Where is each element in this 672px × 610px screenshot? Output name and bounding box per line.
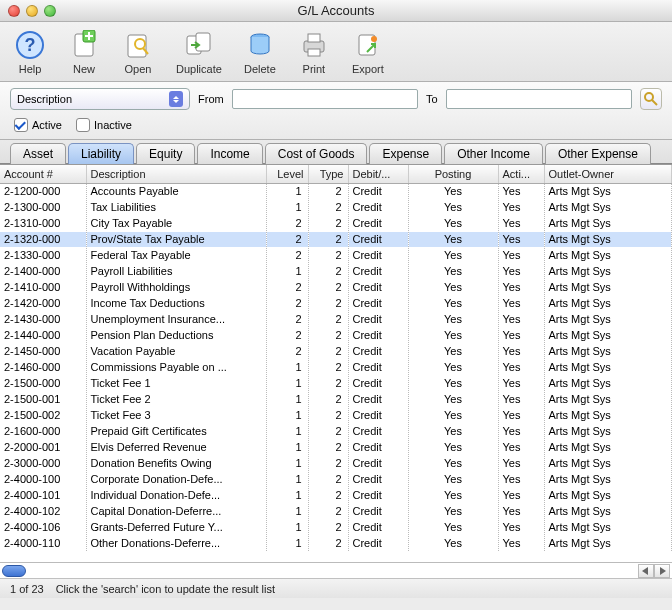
table-row[interactable]: 2-3000-000Donation Benefits Owing12Credi… [0, 455, 672, 471]
table-row[interactable]: 2-4000-106Grants-Deferred Future Y...12C… [0, 519, 672, 535]
duplicate-label: Duplicate [176, 63, 222, 75]
cell-debit-credit: Credit [348, 487, 408, 503]
new-button[interactable]: New [68, 29, 100, 75]
cell-type: 2 [308, 407, 348, 423]
table-row[interactable]: 2-1430-000Unemployment Insurance...22Cre… [0, 311, 672, 327]
duplicate-button[interactable]: Duplicate [176, 29, 222, 75]
cell-type: 2 [308, 439, 348, 455]
cell-description: Capital Donation-Deferre... [86, 503, 266, 519]
cell-debit-credit: Credit [348, 359, 408, 375]
cell-debit-credit: Credit [348, 391, 408, 407]
tab-equity[interactable]: Equity [136, 143, 195, 164]
table-row[interactable]: 2-1500-000Ticket Fee 112CreditYesYesArts… [0, 375, 672, 391]
cell-posting: Yes [408, 439, 498, 455]
svg-marker-18 [660, 567, 666, 575]
table-row[interactable]: 2-1450-000Vacation Payable22CreditYesYes… [0, 343, 672, 359]
cell-description: Elvis Deferred Revenue [86, 439, 266, 455]
to-input[interactable] [446, 89, 632, 109]
scroll-thumb[interactable] [2, 565, 26, 577]
table-row[interactable]: 2-1440-000Pension Plan Deductions22Credi… [0, 327, 672, 343]
cell-level: 2 [266, 231, 308, 247]
cell-type: 2 [308, 295, 348, 311]
table-row[interactable]: 2-1200-000Accounts Payable12CreditYesYes… [0, 183, 672, 199]
cell-account: 2-1460-000 [0, 359, 86, 375]
cell-account: 2-1500-002 [0, 407, 86, 423]
cell-posting: Yes [408, 359, 498, 375]
active-checkbox[interactable]: Active [14, 118, 62, 132]
table-row[interactable]: 2-1330-000Federal Tax Payable22CreditYes… [0, 247, 672, 263]
cell-debit-credit: Credit [348, 231, 408, 247]
table-row[interactable]: 2-1600-000Prepaid Gift Certificates12Cre… [0, 423, 672, 439]
table-row[interactable]: 2-1320-000Prov/State Tax Payable22Credit… [0, 231, 672, 247]
tab-cost-of-goods[interactable]: Cost of Goods [265, 143, 368, 164]
table-row[interactable]: 2-2000-001Elvis Deferred Revenue12Credit… [0, 439, 672, 455]
col-description[interactable]: Description [86, 165, 266, 183]
table-row[interactable]: 2-4000-102Capital Donation-Deferre...12C… [0, 503, 672, 519]
tab-expense[interactable]: Expense [369, 143, 442, 164]
scroll-left-button[interactable] [638, 564, 654, 578]
cell-debit-credit: Credit [348, 279, 408, 295]
table-row[interactable]: 2-4000-110Other Donations-Deferre...12Cr… [0, 535, 672, 551]
table-row[interactable]: 2-1460-000Commissions Payable on ...12Cr… [0, 359, 672, 375]
help-button[interactable]: ? Help [14, 29, 46, 75]
table-row[interactable]: 2-4000-100Corporate Donation-Defe...12Cr… [0, 471, 672, 487]
cell-posting: Yes [408, 231, 498, 247]
cell-level: 1 [266, 407, 308, 423]
col-outlet[interactable]: Outlet-Owner [544, 165, 672, 183]
inactive-label: Inactive [94, 119, 132, 131]
svg-marker-17 [642, 567, 648, 575]
duplicate-icon [183, 29, 215, 61]
cell-type: 2 [308, 327, 348, 343]
delete-button[interactable]: Delete [244, 29, 276, 75]
cell-debit-credit: Credit [348, 407, 408, 423]
cell-outlet: Arts Mgt Sys [544, 423, 672, 439]
cell-posting: Yes [408, 247, 498, 263]
table-row[interactable]: 2-1310-000City Tax Payable22CreditYesYes… [0, 215, 672, 231]
print-button[interactable]: Print [298, 29, 330, 75]
col-debit-credit[interactable]: Debit/... [348, 165, 408, 183]
help-icon: ? [14, 29, 46, 61]
table-row[interactable]: 2-1410-000Payroll Withholdings22CreditYe… [0, 279, 672, 295]
open-button[interactable]: Open [122, 29, 154, 75]
table-row[interactable]: 2-1420-000Income Tax Deductions22CreditY… [0, 295, 672, 311]
table-row[interactable]: 2-1500-001Ticket Fee 212CreditYesYesArts… [0, 391, 672, 407]
cell-type: 2 [308, 487, 348, 503]
tab-liability[interactable]: Liability [68, 143, 134, 164]
table-row[interactable]: 2-1500-002Ticket Fee 312CreditYesYesArts… [0, 407, 672, 423]
horizontal-scrollbar[interactable] [0, 562, 672, 578]
search-field-select[interactable]: Description [10, 88, 190, 110]
cell-level: 1 [266, 455, 308, 471]
scroll-right-button[interactable] [654, 564, 670, 578]
cell-description: Individual Donation-Defe... [86, 487, 266, 503]
cell-type: 2 [308, 535, 348, 551]
col-active[interactable]: Acti... [498, 165, 544, 183]
cell-posting: Yes [408, 423, 498, 439]
cell-account: 2-1310-000 [0, 215, 86, 231]
search-button[interactable] [640, 88, 662, 110]
cell-debit-credit: Credit [348, 295, 408, 311]
svg-point-14 [371, 36, 377, 42]
tab-income[interactable]: Income [197, 143, 262, 164]
cell-outlet: Arts Mgt Sys [544, 487, 672, 503]
search-field-value: Description [17, 93, 72, 105]
from-input[interactable] [232, 89, 418, 109]
cell-account: 2-1400-000 [0, 263, 86, 279]
cell-description: Federal Tax Payable [86, 247, 266, 263]
cell-description: Prov/State Tax Payable [86, 231, 266, 247]
cell-type: 2 [308, 215, 348, 231]
tab-other-expense[interactable]: Other Expense [545, 143, 651, 164]
table-row[interactable]: 2-1400-000Payroll Liabilities12CreditYes… [0, 263, 672, 279]
col-type[interactable]: Type [308, 165, 348, 183]
tab-other-income[interactable]: Other Income [444, 143, 543, 164]
cell-level: 2 [266, 311, 308, 327]
tab-asset[interactable]: Asset [10, 143, 66, 164]
table-row[interactable]: 2-4000-101Individual Donation-Defe...12C… [0, 487, 672, 503]
col-level[interactable]: Level [266, 165, 308, 183]
inactive-checkbox[interactable]: Inactive [76, 118, 132, 132]
col-posting[interactable]: Posting [408, 165, 498, 183]
col-account[interactable]: Account # [0, 165, 86, 183]
cell-posting: Yes [408, 535, 498, 551]
cell-description: Commissions Payable on ... [86, 359, 266, 375]
export-button[interactable]: Export [352, 29, 384, 75]
table-row[interactable]: 2-1300-000Tax Liabilities12CreditYesYesA… [0, 199, 672, 215]
